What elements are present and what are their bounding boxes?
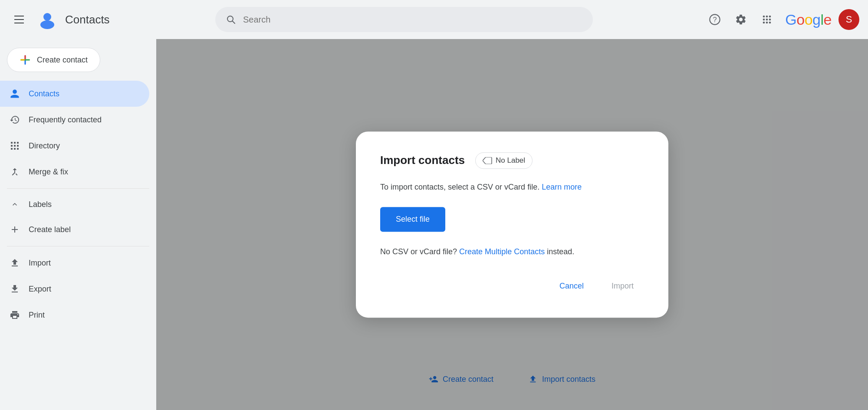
labels-label: Labels bbox=[29, 200, 52, 209]
history-icon bbox=[9, 114, 21, 126]
dialog-title: Import contacts bbox=[380, 154, 465, 167]
sidebar-item-create-label[interactable]: Create label bbox=[0, 216, 149, 243]
print-icon bbox=[9, 309, 21, 321]
export-label: Export bbox=[29, 285, 51, 294]
import-contacts-dialog: Import contacts No Label To import conta… bbox=[356, 131, 668, 318]
search-bar[interactable] bbox=[215, 7, 593, 32]
apps-grid-icon bbox=[761, 13, 773, 26]
select-file-container: Select file bbox=[380, 207, 644, 246]
svg-point-1 bbox=[40, 20, 54, 29]
sidebar-item-directory[interactable]: Directory bbox=[0, 133, 149, 159]
svg-point-0 bbox=[43, 13, 51, 21]
no-csv-text: No CSV or vCard file? Create Multiple Co… bbox=[380, 246, 644, 259]
dialog-description: To import contacts, select a CSV or vCar… bbox=[380, 181, 644, 194]
merge-fix-label: Merge & fix bbox=[29, 167, 68, 177]
help-button[interactable]: ? bbox=[704, 8, 726, 31]
plus-icon bbox=[20, 54, 31, 66]
sidebar-item-contacts[interactable]: Contacts bbox=[0, 81, 149, 107]
topbar: Contacts ? Google S bbox=[0, 0, 868, 39]
sidebar-item-print[interactable]: Print bbox=[0, 302, 149, 328]
contacts-nav-label: Contacts bbox=[29, 89, 59, 98]
user-avatar[interactable]: S bbox=[838, 9, 859, 30]
topbar-right: ? Google S bbox=[704, 8, 859, 31]
sidebar-item-export[interactable]: Export bbox=[0, 276, 149, 302]
settings-button[interactable] bbox=[730, 8, 752, 31]
learn-more-link[interactable]: Learn more bbox=[542, 183, 582, 191]
select-file-button[interactable]: Select file bbox=[380, 207, 445, 232]
create-contact-label: Create contact bbox=[37, 56, 88, 65]
import-label: Import bbox=[29, 259, 51, 268]
svg-rect-9 bbox=[20, 59, 25, 61]
search-input[interactable] bbox=[243, 15, 582, 25]
apps-button[interactable] bbox=[756, 8, 778, 31]
dialog-header: Import contacts No Label bbox=[380, 152, 644, 169]
google-logo: Google bbox=[785, 11, 832, 28]
chevron-up-icon bbox=[9, 198, 21, 210]
svg-rect-8 bbox=[25, 55, 26, 59]
help-icon: ? bbox=[709, 13, 721, 26]
svg-text:?: ? bbox=[713, 16, 717, 23]
plus-small-icon bbox=[9, 223, 21, 236]
gear-icon bbox=[735, 13, 747, 26]
upload-icon bbox=[9, 257, 21, 269]
labels-section-header: Labels bbox=[0, 192, 156, 216]
svg-line-3 bbox=[233, 21, 235, 24]
label-icon bbox=[483, 157, 492, 164]
content-area: Create contact Import contacts Import co… bbox=[156, 39, 868, 410]
dialog-actions: Cancel Import bbox=[380, 276, 644, 297]
no-label-badge[interactable]: No Label bbox=[475, 152, 533, 169]
sidebar-item-merge-fix[interactable]: Merge & fix bbox=[0, 159, 149, 185]
menu-button[interactable] bbox=[9, 9, 30, 30]
create-contact-button[interactable]: Create contact bbox=[7, 48, 100, 72]
cancel-button[interactable]: Cancel bbox=[549, 276, 594, 297]
import-button[interactable]: Import bbox=[601, 276, 644, 297]
main-layout: Create contact Contacts Frequently conta… bbox=[0, 39, 868, 410]
download-icon bbox=[9, 283, 21, 295]
create-label-nav-label: Create label bbox=[29, 225, 71, 234]
create-multiple-contacts-link[interactable]: Create Multiple Contacts bbox=[459, 248, 545, 256]
sidebar: Create contact Contacts Frequently conta… bbox=[0, 39, 156, 410]
no-label-text: No Label bbox=[496, 156, 525, 165]
sidebar-divider-2 bbox=[7, 246, 149, 246]
sidebar-item-import[interactable]: Import bbox=[0, 250, 149, 276]
directory-label: Directory bbox=[29, 141, 60, 151]
frequently-contacted-label: Frequently contacted bbox=[29, 115, 102, 125]
sidebar-divider bbox=[7, 188, 149, 189]
merge-icon bbox=[9, 166, 21, 178]
person-icon bbox=[9, 88, 21, 100]
topbar-left: Contacts bbox=[9, 9, 208, 30]
app-logo-icon bbox=[36, 9, 58, 30]
directory-icon bbox=[9, 140, 21, 152]
print-label: Print bbox=[29, 311, 45, 320]
app-title: Contacts bbox=[65, 13, 110, 26]
sidebar-item-frequently-contacted[interactable]: Frequently contacted bbox=[0, 107, 149, 133]
search-icon bbox=[226, 14, 236, 25]
